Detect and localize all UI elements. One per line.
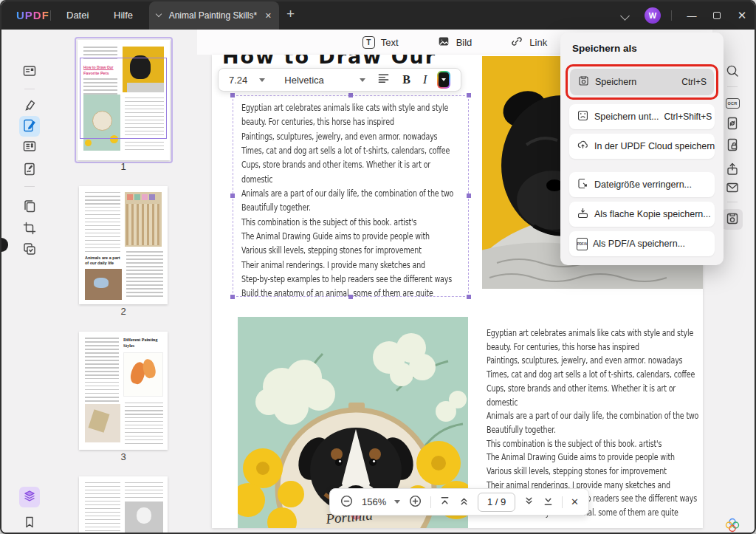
font-color-chevron-icon	[441, 78, 446, 81]
selection-handle-n[interactable]	[348, 93, 353, 97]
thumb3-tools-image	[85, 404, 120, 442]
cloud-upload-icon	[577, 139, 589, 154]
last-page-button[interactable]	[543, 496, 554, 509]
layers-panel-button[interactable]	[19, 487, 40, 507]
close-toolbar-button[interactable]: ✕	[571, 496, 579, 507]
window-controls: W — ✕	[622, 1, 755, 30]
toolbar-divider-2	[562, 496, 563, 508]
right-rail-divider-2	[727, 202, 738, 202]
text-tool-button[interactable]: T Text	[362, 36, 399, 49]
thumb1-viewport-indicator[interactable]	[80, 58, 167, 139]
ocr-button[interactable]: OCR	[722, 93, 743, 114]
thumbnail-page-3[interactable]: Different Painting Styles	[79, 332, 168, 450]
menu-datei[interactable]: Datei	[59, 1, 96, 30]
crop-tool-button[interactable]	[19, 219, 40, 239]
image-tool-icon	[437, 35, 450, 50]
reader-view-button[interactable]	[19, 61, 40, 82]
page-number-input[interactable]: 1 / 9	[478, 493, 515, 512]
bookmark-panel-button[interactable]	[19, 513, 40, 533]
italic-button[interactable]: I	[423, 73, 427, 86]
menu-item-shortcut: Ctrl+S	[681, 77, 707, 87]
link-tool-label: Link	[529, 37, 547, 48]
convert-button[interactable]	[722, 114, 743, 134]
thumb2-brushes-image	[125, 192, 162, 247]
document-tab[interactable]: Animal Painting Skills* ✕	[149, 1, 279, 30]
crop-icon	[22, 221, 37, 238]
thumbnail-page-2[interactable]: Animals are a part of our daily life	[79, 186, 168, 304]
protect-button[interactable]	[722, 135, 743, 156]
stamp-tool-button[interactable]	[19, 239, 40, 260]
menu-item-cloud-speichern[interactable]: In der UPDF Cloud speichern	[569, 134, 715, 159]
ai-assistant-button[interactable]	[722, 516, 743, 534]
selection-handle-sw[interactable]	[230, 295, 235, 299]
previous-page-button[interactable]	[458, 496, 470, 509]
next-page-button[interactable]	[523, 496, 535, 509]
selection-handle-ne[interactable]	[467, 93, 471, 97]
bold-button[interactable]: B	[402, 73, 410, 86]
pdfa-document-icon: PDF/A	[577, 238, 588, 250]
zoom-level-value[interactable]: 156%	[362, 496, 386, 507]
text-tool-label: Text	[381, 37, 399, 48]
avatar[interactable]: W	[645, 7, 661, 24]
font-color-button[interactable]	[437, 71, 450, 89]
link-tool-button[interactable]: Link	[510, 35, 547, 50]
thumb2-painting-image	[85, 269, 122, 300]
font-name-value[interactable]: Helvetica	[284, 75, 360, 86]
titlebar-chevron-down-icon[interactable]	[620, 11, 630, 21]
minimize-button[interactable]: —	[679, 10, 704, 21]
thumbnail-page-1[interactable]: How to Draw Our Favorite Pets	[78, 40, 170, 160]
new-tab-button[interactable]: +	[286, 6, 295, 22]
left-toolbar-rail	[1, 30, 46, 533]
save-as-icon	[577, 109, 589, 125]
font-size-value[interactable]: 7.24	[229, 75, 247, 86]
menu-item-dateigroesse-verringern[interactable]: Dateigröße verringern...	[569, 172, 715, 197]
highlighter-icon	[22, 98, 37, 115]
layers-icon	[22, 489, 37, 506]
page-tools-button[interactable]	[19, 196, 40, 217]
selection-handle-nw[interactable]	[230, 93, 235, 97]
selection-handle-se[interactable]	[467, 295, 471, 299]
font-name-chevron-icon[interactable]	[360, 78, 365, 82]
zoom-in-button[interactable]	[408, 494, 422, 510]
thumb3-fox-image	[123, 352, 163, 397]
envelope-icon	[725, 180, 740, 197]
menu-hilfe[interactable]: Hilfe	[106, 1, 140, 30]
font-size-chevron-icon[interactable]	[259, 78, 265, 82]
save-floppy-icon	[725, 211, 740, 228]
edit-pdf-button[interactable]	[19, 116, 40, 137]
menu-item-speichern[interactable]: Speichern Ctrl+S	[570, 69, 714, 95]
comment-tool-button[interactable]	[19, 96, 40, 117]
zoom-out-icon	[340, 494, 354, 510]
updf-logo: UPDF	[16, 9, 49, 21]
zoom-chevron-icon[interactable]	[394, 500, 400, 504]
menu-item-pdfa-speichern[interactable]: PDF/A Als PDF/A speichern...	[569, 231, 715, 256]
menu-item-label: In der UPDF Cloud speichern	[594, 141, 715, 151]
signature-icon	[22, 162, 37, 179]
mail-button[interactable]	[722, 178, 743, 199]
panel-collapse-handle[interactable]	[1, 238, 8, 252]
tab-chevron-down-icon[interactable]	[156, 11, 162, 17]
zoom-out-button[interactable]	[340, 494, 354, 510]
search-button[interactable]	[722, 61, 743, 82]
selection-handle-w[interactable]	[230, 194, 235, 198]
selected-text-block[interactable]: Egyptian art celebrates animals like cat…	[233, 95, 469, 297]
tab-close-icon[interactable]: ✕	[265, 11, 272, 21]
share-button[interactable]	[722, 160, 743, 180]
first-page-button[interactable]	[439, 496, 450, 509]
maximize-button[interactable]	[704, 10, 729, 21]
search-icon	[725, 64, 740, 81]
organize-pages-button[interactable]	[19, 137, 40, 157]
thumb2-text-lines-2	[126, 251, 163, 298]
flatten-copy-icon	[577, 207, 589, 222]
save-panel-button[interactable]	[722, 209, 743, 230]
thumbnail-page-4[interactable]	[79, 476, 168, 533]
menu-item-flache-kopie[interactable]: Als flache Kopie speichern...	[569, 202, 715, 227]
fill-sign-button[interactable]	[19, 160, 40, 180]
image-tool-button[interactable]: Bild	[437, 35, 472, 50]
zoom-in-icon	[408, 494, 422, 510]
align-button[interactable]	[377, 72, 390, 87]
selection-handle-s[interactable]	[348, 295, 353, 299]
selection-handle-e[interactable]	[467, 194, 471, 198]
close-button[interactable]: ✕	[729, 9, 755, 22]
menu-item-speichern-unter[interactable]: Speichern unt... Ctrl+Shift+S	[569, 104, 715, 129]
